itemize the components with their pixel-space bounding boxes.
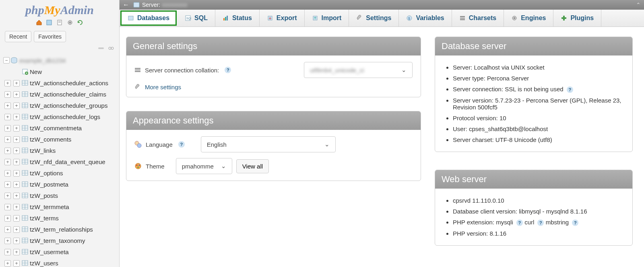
language-select[interactable]: English⌄ [201,136,336,152]
tab-variables[interactable]: $Variables [399,10,452,27]
more-settings-link[interactable]: More settings [145,84,181,90]
table-icon [22,215,28,221]
favorites-button[interactable]: Favorites [34,31,66,42]
tab-status[interactable]: Status [215,10,260,27]
table-link[interactable]: tzW_postmeta [30,181,68,188]
tab-plugins[interactable]: Plugins [553,10,601,27]
tree-expand-icon[interactable]: + [13,226,20,233]
tree-expand-icon[interactable]: + [13,159,20,165]
tree-expand-icon[interactable]: + [13,91,20,98]
tree-expand-icon[interactable]: + [4,103,11,109]
charsets-icon [459,15,466,21]
info-item: Server type: Percona Server [453,73,624,84]
tree-expand-icon[interactable]: + [13,136,20,143]
theme-label: Theme [146,163,165,170]
tree-expand-icon[interactable]: + [4,181,11,188]
new-table-link[interactable]: New [30,68,42,75]
table-link[interactable]: tzW_term_taxonomy [30,237,85,244]
tree-expand-icon[interactable]: + [13,181,20,188]
tab-settings[interactable]: Settings [349,10,399,27]
tree-expand-icon[interactable]: + [13,103,20,109]
tree-expand-icon[interactable]: + [13,125,20,131]
help-icon[interactable]: ? [572,220,578,226]
view-all-themes-button[interactable]: View all [236,159,269,173]
table-link[interactable]: tzW_options [30,170,63,177]
table-link[interactable]: tzW_comments [30,136,71,143]
link-icon[interactable] [108,46,114,50]
table-link[interactable]: tzW_term_relationships [30,226,93,233]
server-name: xxxxxxxxx [162,2,187,8]
help-icon[interactable]: ? [537,220,544,226]
collapse-icon[interactable] [98,46,105,50]
tab-import[interactable]: Import [305,10,349,27]
tab-charsets[interactable]: Charsets [452,10,504,27]
table-link[interactable]: tzW_nfd_data_event_queue [30,158,105,165]
tree-expand-icon[interactable]: + [13,238,20,244]
table-link[interactable]: tzW_termmeta [30,203,69,210]
tree-expand-icon[interactable]: + [13,249,20,255]
table-link[interactable]: tzW_users [30,260,58,267]
logout-icon[interactable] [46,19,52,26]
tree-expand-icon[interactable]: + [4,260,11,267]
tree-expand-icon[interactable]: + [4,193,11,199]
database-name[interactable]: example_db1234 [19,57,66,64]
tree-expand-icon[interactable]: + [13,204,20,210]
phpmyadmin-logo[interactable]: phpMyAdmin [0,0,119,18]
panel-toggle-icon[interactable]: ⌃ [636,2,641,8]
table-link[interactable]: tzW_actionscheduler_claims [30,91,106,98]
tab-export[interactable]: Export [260,10,305,27]
help-icon[interactable]: ? [178,141,185,148]
tree-expand-icon[interactable]: + [4,238,11,244]
main-area: ← Server: xxxxxxxxx ⌃ DatabasesSQLSQLSta… [120,0,644,267]
language-label: Language [146,141,173,148]
tree-expand-icon[interactable]: + [4,215,11,222]
tree-collapse-icon[interactable]: − [3,57,10,64]
tree-expand-icon[interactable]: + [4,80,11,86]
table-link[interactable]: tzW_commentmeta [30,125,82,131]
table-link[interactable]: tzW_usermeta [30,249,69,255]
tree-expand-icon[interactable]: + [13,80,20,86]
table-link[interactable]: tzW_terms [30,215,59,222]
tree-expand-icon[interactable]: + [4,226,11,233]
help-icon[interactable]: ? [225,67,231,73]
tree-expand-icon[interactable]: + [13,260,20,267]
tree-expand-icon[interactable]: + [4,125,11,131]
docs-icon[interactable] [56,19,63,26]
theme-select[interactable]: pmahomme⌄ [176,158,232,174]
language-icon [134,141,142,148]
svg-point-8 [111,47,114,49]
tree-expand-icon[interactable]: + [13,170,20,177]
table-link[interactable]: tzW_actionscheduler_groups [30,102,107,109]
collation-select[interactable]: utf8mb4_unicode_ci⌄ [304,62,413,78]
tree-expand-icon[interactable]: + [4,159,11,165]
tree-expand-icon[interactable]: + [13,114,20,120]
gear-icon[interactable] [67,19,73,26]
tree-expand-icon[interactable]: + [4,148,11,154]
table-link[interactable]: tzW_links [30,147,56,154]
tree-expand-icon[interactable]: + [13,193,20,199]
tree-expand-icon[interactable]: + [4,114,11,120]
tree-expand-icon[interactable]: + [4,249,11,255]
tree-expand-icon[interactable]: + [4,136,11,143]
tree-expand-icon[interactable]: + [4,91,11,98]
tree-expand-icon[interactable]: + [13,215,20,222]
nav-back-icon[interactable]: ← [123,1,129,8]
table-link[interactable]: tzW_actionscheduler_actions [30,80,108,86]
svg-rect-82 [134,2,139,7]
table-link[interactable]: tzW_posts [30,192,58,199]
tab-engines[interactable]: Engines [504,10,553,27]
tree-expand-icon[interactable]: + [13,148,20,154]
tree-expand-icon[interactable]: + [4,170,11,177]
recent-button[interactable]: Recent [5,31,31,42]
help-icon[interactable]: ? [567,86,573,93]
table-link[interactable]: tzW_actionscheduler_logs [30,113,100,120]
tree-expand-icon[interactable]: + [4,204,11,210]
table-icon [22,204,28,209]
appearance-settings-panel: Appearance settings Language ? English⌄ [126,111,421,181]
info-item: PHP extension: mysqli ? curl ? mbstring … [453,217,624,228]
home-icon[interactable] [36,19,42,26]
reload-icon[interactable] [77,19,83,26]
help-icon[interactable]: ? [516,220,523,226]
tab-sql[interactable]: SQLSQL [178,10,215,27]
tab-databases[interactable]: Databases [120,10,177,26]
